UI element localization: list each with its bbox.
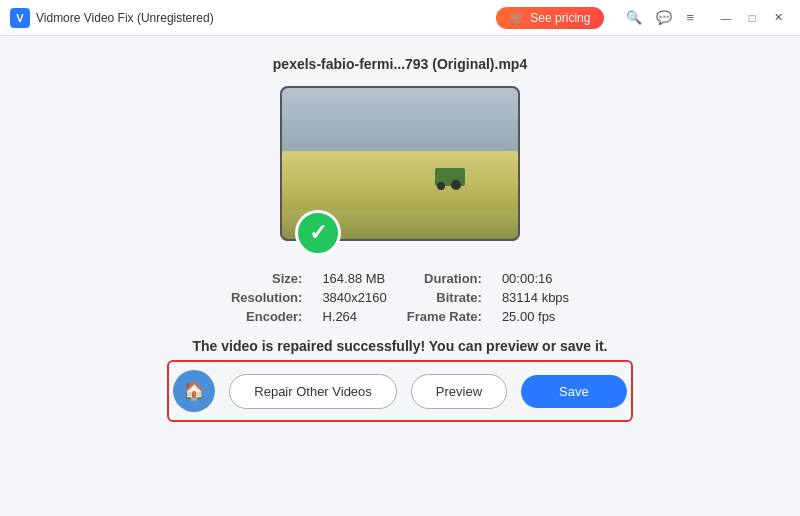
- size-label: Size:: [231, 271, 303, 286]
- repair-other-button[interactable]: Repair Other Videos: [229, 374, 397, 409]
- home-button[interactable]: 🏠: [173, 370, 215, 412]
- success-badge: ✓: [295, 210, 341, 256]
- app-logo: V Vidmore Video Fix (Unregistered): [10, 8, 214, 28]
- bitrate-label: Bitrate:: [407, 290, 482, 305]
- encoder-label: Encoder:: [231, 309, 303, 324]
- title-bar-actions: 🛒 See pricing 🔍 💬 ≡ — □ ✕: [496, 6, 790, 30]
- resolution-label: Resolution:: [231, 290, 303, 305]
- encoder-value: H.264: [322, 309, 386, 324]
- bottom-actions: 🏠 Repair Other Videos Preview Save: [173, 370, 626, 412]
- chat-icon[interactable]: 💬: [652, 8, 676, 27]
- close-button[interactable]: ✕: [766, 6, 790, 30]
- see-pricing-button[interactable]: 🛒 See pricing: [496, 7, 604, 29]
- video-preview-container: ✓: [280, 86, 520, 241]
- video-info: Size: 164.88 MB Duration: 00:00:16 Resol…: [231, 271, 569, 324]
- logo-icon: V: [10, 8, 30, 28]
- cart-icon: 🛒: [510, 11, 525, 25]
- resolution-value: 3840x2160: [322, 290, 386, 305]
- framerate-value: 25.00 fps: [502, 309, 569, 324]
- home-icon: 🏠: [183, 380, 205, 402]
- duration-label: Duration:: [407, 271, 482, 286]
- duration-value: 00:00:16: [502, 271, 569, 286]
- video-filename: pexels-fabio-fermi...793 (Original).mp4: [273, 56, 527, 72]
- maximize-button[interactable]: □: [740, 6, 764, 30]
- window-controls: — □ ✕: [714, 6, 790, 30]
- minimize-button[interactable]: —: [714, 6, 738, 30]
- bitrate-value: 83114 kbps: [502, 290, 569, 305]
- menu-icon[interactable]: ≡: [682, 8, 698, 27]
- success-message: The video is repaired successfully! You …: [193, 338, 608, 354]
- search-icon[interactable]: 🔍: [622, 8, 646, 27]
- app-title: Vidmore Video Fix (Unregistered): [36, 11, 214, 25]
- framerate-label: Frame Rate:: [407, 309, 482, 324]
- title-bar-icons: 🔍 💬 ≡: [622, 8, 698, 27]
- save-button[interactable]: Save: [521, 375, 627, 408]
- size-value: 164.88 MB: [322, 271, 386, 286]
- preview-button[interactable]: Preview: [411, 374, 507, 409]
- checkmark-icon: ✓: [309, 220, 327, 246]
- main-content: pexels-fabio-fermi...793 (Original).mp4 …: [0, 36, 800, 516]
- title-bar: V Vidmore Video Fix (Unregistered) 🛒 See…: [0, 0, 800, 36]
